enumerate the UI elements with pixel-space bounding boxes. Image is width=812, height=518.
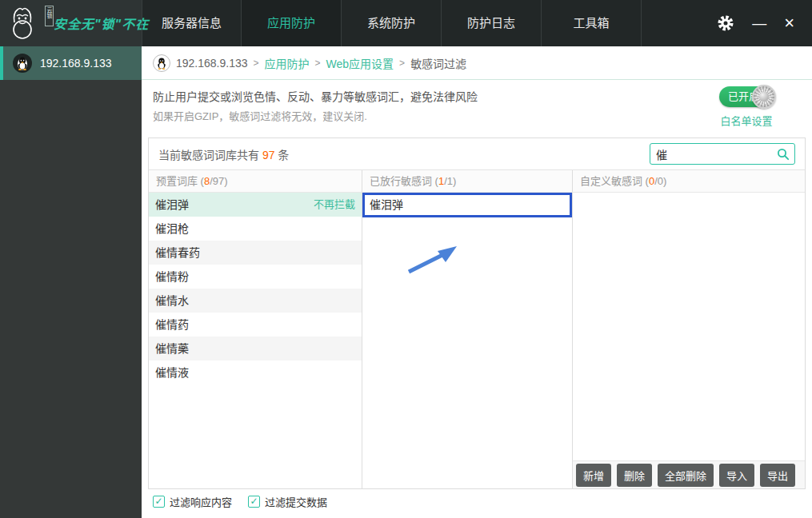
breadcrumb-separator: >	[315, 58, 321, 69]
sensitive-words-panel: 当前敏感词词库共有 97 条 预置词库 (8/97) 已放行敏感词 (1/1)	[148, 137, 806, 489]
header-preset-words: 预置词库 (8/97)	[149, 170, 362, 192]
allowed-total: /1)	[444, 175, 456, 187]
minimize-icon[interactable]: —	[752, 16, 766, 30]
breadcrumb-tux-icon	[153, 54, 170, 72]
breadcrumb-current-page: 敏感词过滤	[410, 55, 466, 71]
panel-toolbar: 当前敏感词词库共有 97 条	[149, 138, 805, 170]
word-label: 催泪枪	[155, 217, 189, 241]
search-input[interactable]	[650, 144, 794, 164]
allowed-word-item-selected[interactable]: 催泪弹	[362, 193, 572, 217]
filter-response-label: 过滤响应内容	[170, 494, 232, 509]
delete-all-button[interactable]: 全部删除	[658, 464, 714, 487]
export-button[interactable]: 导出	[760, 464, 795, 487]
sidebar-item-server[interactable]: 192.168.9.133	[0, 46, 142, 80]
feature-description: 防止用户提交或浏览色情、反动、暴力等敏感词汇，避免法律风险 如果开启GZIP，敏…	[153, 88, 812, 126]
delete-button[interactable]: 删除	[617, 464, 652, 487]
list-item[interactable]: 催泪枪	[149, 217, 362, 241]
app-logo: 云锁 安全无"锁"不在	[0, 0, 142, 46]
list-item[interactable]: 催情春药	[149, 241, 362, 265]
preset-word-list: 催泪弹 不再拦截 催泪枪 催情春药 催情粉 催情水 催情药 催情藥 催情液	[149, 193, 362, 488]
nav-server-info[interactable]: 服务器信息	[142, 0, 242, 46]
import-button[interactable]: 导入	[719, 464, 754, 487]
filter-response-option[interactable]: ✓ 过滤响应内容	[153, 494, 232, 509]
main-nav: 服务器信息 应用防护 系统防护 防护日志 工具箱	[142, 0, 642, 46]
header-custom-words: 自定义敏感词 (0/0)	[573, 170, 805, 192]
selected-accent-bar	[0, 46, 3, 80]
filter-options: ✓ 过滤响应内容 ✓ 过滤提交数据	[153, 494, 327, 509]
list-item[interactable]: 催情藥	[149, 337, 362, 361]
stop-blocking-link[interactable]: 不再拦截	[314, 193, 355, 217]
tux-penguin-icon	[13, 54, 32, 73]
column-bodies: 催泪弹 不再拦截 催泪枪 催情春药 催情粉 催情水 催情药 催情藥 催情液 催泪…	[149, 193, 805, 488]
word-label: 催情药	[155, 313, 189, 337]
checkbox-checked-icon[interactable]: ✓	[248, 496, 260, 508]
list-item[interactable]: 催情液	[149, 361, 362, 385]
summary-count: 97	[262, 149, 275, 161]
word-label: 催情春药	[155, 241, 200, 265]
filter-submit-option[interactable]: ✓ 过滤提交数据	[248, 494, 327, 509]
list-item[interactable]: 催泪弹 不再拦截	[149, 193, 362, 217]
list-item[interactable]: 催情药	[149, 313, 362, 337]
breadcrumb-link-app-protection[interactable]: 应用防护	[265, 55, 310, 71]
list-item[interactable]: 催情水	[149, 289, 362, 313]
status-box: 已开启 白名单设置	[719, 86, 774, 128]
nav-system-protection[interactable]: 系统防护	[342, 0, 442, 46]
preset-title: 预置词库 (	[156, 175, 204, 187]
column-headers: 预置词库 (8/97) 已放行敏感词 (1/1) 自定义敏感词 (0/0)	[149, 170, 805, 193]
close-icon[interactable]: ×	[784, 14, 794, 32]
custom-actions-strip: 新增 删除 全部删除 导入 导出	[573, 460, 805, 488]
word-label: 催情水	[155, 289, 189, 313]
word-label: 催泪弹	[155, 193, 189, 217]
custom-title: 自定义敏感词 (	[580, 175, 649, 187]
filter-submit-label: 过滤提交数据	[265, 494, 327, 509]
main-content: 192.168.9.133 > 应用防护 > Web应用设置 > 敏感词过滤 防…	[142, 46, 812, 518]
summary-prefix: 当前敏感词词库共有	[158, 149, 262, 161]
word-label: 催情藥	[155, 337, 189, 361]
title-bar: 云锁 安全无"锁"不在 服务器信息 应用防护 系统防护 防护日志 工具箱 — ×	[0, 0, 812, 46]
logo-badge: 云锁	[45, 6, 54, 26]
server-ip-label: 192.168.9.133	[40, 57, 112, 70]
lion-lock-logo-icon	[6, 3, 43, 43]
custom-total: /0)	[654, 175, 666, 187]
breadcrumb-separator: >	[254, 58, 259, 69]
allowed-word-list: 催泪弹	[362, 193, 573, 488]
breadcrumb-separator: >	[399, 58, 405, 69]
custom-word-list: 新增 删除 全部删除 导入 导出	[573, 193, 805, 488]
word-label: 催情粉	[155, 265, 189, 289]
breadcrumb-link-web-app-settings[interactable]: Web应用设置	[326, 55, 394, 71]
nav-app-protection[interactable]: 应用防护	[242, 0, 342, 46]
allowed-title: 已放行敏感词 (	[370, 175, 438, 187]
description-line2: 如果开启GZIP，敏感词过滤将无效，建议关闭.	[153, 108, 812, 126]
whitelist-settings-link[interactable]: 白名单设置	[720, 113, 772, 128]
list-item[interactable]: 催情粉	[149, 265, 362, 289]
nav-toolbox[interactable]: 工具箱	[542, 0, 642, 46]
search-box	[650, 143, 795, 165]
search-icon[interactable]	[777, 148, 790, 164]
toggle-knob[interactable]	[752, 85, 776, 109]
description-line1: 防止用户提交或浏览色情、反动、暴力等敏感词汇，避免法律风险	[153, 88, 812, 106]
feature-toggle-on[interactable]: 已开启	[719, 86, 774, 107]
brand-slogan: 安全无"锁"不在	[54, 14, 149, 33]
word-count-summary: 当前敏感词词库共有 97 条	[158, 146, 289, 162]
nav-protection-logs[interactable]: 防护日志	[442, 0, 542, 46]
word-label: 催情液	[155, 361, 189, 385]
header-allowed-words: 已放行敏感词 (1/1)	[362, 170, 573, 192]
checkbox-checked-icon[interactable]: ✓	[153, 496, 165, 508]
window-controls: — ×	[717, 0, 812, 46]
breadcrumb-server: 192.168.9.133	[176, 57, 248, 70]
preset-total: /97)	[210, 175, 227, 187]
settings-gear-icon[interactable]	[717, 14, 734, 32]
add-button[interactable]: 新增	[576, 464, 611, 487]
server-sidebar: 192.168.9.133	[0, 46, 142, 518]
breadcrumb: 192.168.9.133 > 应用防护 > Web应用设置 > 敏感词过滤	[142, 46, 812, 80]
summary-suffix: 条	[274, 149, 289, 161]
